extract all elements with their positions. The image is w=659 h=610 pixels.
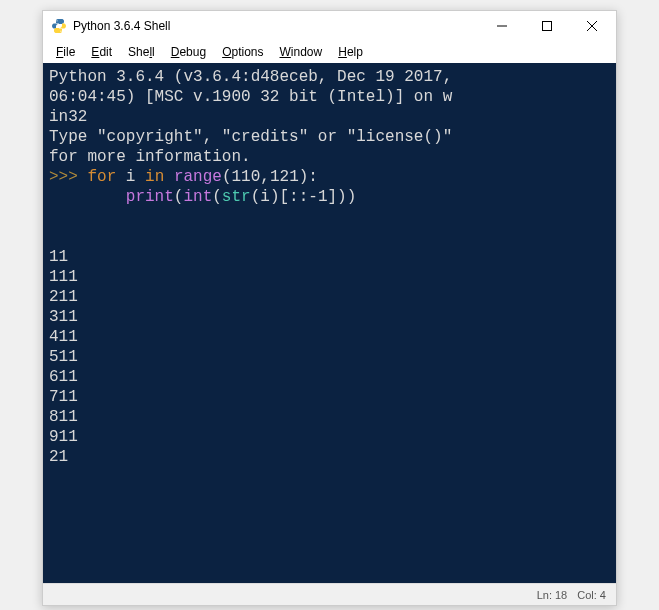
function-int: int: [183, 188, 212, 206]
variable: i: [126, 168, 136, 186]
code-line-1: >>> for i in range(110,121):: [49, 167, 610, 187]
python-icon: [51, 18, 67, 34]
keyword-in: in: [145, 168, 164, 186]
menu-shell[interactable]: Shell: [121, 43, 162, 61]
function-print: print: [126, 188, 174, 206]
app-window: Python 3.6.4 Shell File Edit Shell Debug…: [42, 10, 617, 606]
output-line: 11: [49, 247, 610, 267]
output-line: 311: [49, 307, 610, 327]
close-button[interactable]: [569, 12, 614, 40]
menu-help[interactable]: Help: [331, 43, 370, 61]
banner-line: 06:04:45) [MSC v.1900 32 bit (Intel)] on…: [49, 87, 610, 107]
console-area[interactable]: Python 3.6.4 (v3.6.4:d48eceb, Dec 19 201…: [43, 63, 616, 583]
titlebar[interactable]: Python 3.6.4 Shell: [43, 11, 616, 41]
menu-window[interactable]: Window: [273, 43, 330, 61]
blank-line: [49, 227, 610, 247]
prompt: >>>: [49, 168, 78, 186]
output-line: 911: [49, 427, 610, 447]
svg-point-0: [56, 20, 57, 21]
menubar: File Edit Shell Debug Options Window Hel…: [43, 41, 616, 63]
status-col: Col: 4: [577, 589, 606, 601]
svg-rect-3: [542, 22, 551, 31]
banner-line: Python 3.6.4 (v3.6.4:d48eceb, Dec 19 201…: [49, 67, 610, 87]
output-line: 511: [49, 347, 610, 367]
blank-line: [49, 207, 610, 227]
keyword-for: for: [87, 168, 116, 186]
banner-line: for more information.: [49, 147, 610, 167]
output-line: 21: [49, 447, 610, 467]
menu-edit[interactable]: Edit: [84, 43, 119, 61]
function-range: range: [174, 168, 222, 186]
output-line: 211: [49, 287, 610, 307]
function-str: str: [222, 188, 251, 206]
svg-point-1: [60, 31, 61, 32]
status-line: Ln: 18: [537, 589, 568, 601]
output-line: 611: [49, 367, 610, 387]
window-controls: [479, 12, 614, 40]
output-line: 811: [49, 407, 610, 427]
output-line: 111: [49, 267, 610, 287]
maximize-button[interactable]: [524, 12, 569, 40]
banner-line: Type "copyright", "credits" or "license(…: [49, 127, 610, 147]
minimize-button[interactable]: [479, 12, 524, 40]
output-line: 711: [49, 387, 610, 407]
output-line: 411: [49, 327, 610, 347]
banner-line: in32: [49, 107, 610, 127]
menu-options[interactable]: Options: [215, 43, 270, 61]
menu-file[interactable]: File: [49, 43, 82, 61]
code-line-2: print(int(str(i)[::-1])): [49, 187, 610, 207]
statusbar: Ln: 18 Col: 4: [43, 583, 616, 605]
menu-debug[interactable]: Debug: [164, 43, 213, 61]
window-title: Python 3.6.4 Shell: [73, 19, 479, 33]
